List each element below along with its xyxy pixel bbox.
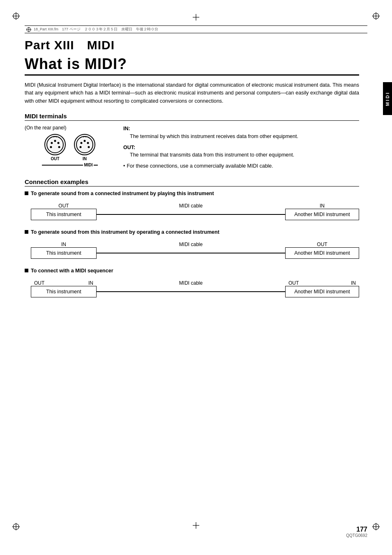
svg-point-22 — [58, 142, 60, 144]
diagram3-label: To connect with a MIDI sequencer — [25, 268, 359, 274]
diag3-right-in-port: IN — [351, 280, 356, 286]
midi-connectors: OUT — [44, 134, 95, 161]
svg-point-20 — [51, 142, 53, 144]
svg-point-27 — [84, 140, 86, 142]
page-code: QQTG0692 — [346, 533, 367, 538]
diagram1-label: To generate sound from a connected instr… — [25, 191, 359, 196]
diag3-left-in-port: IN — [88, 280, 93, 286]
body-text: MIDI (Musical Instrument Digital Interfa… — [25, 81, 359, 105]
diagram3-label-text: To connect with a MIDI sequencer — [31, 268, 113, 274]
connection-examples-heading: Connection examples — [25, 178, 359, 187]
out-connector: OUT — [44, 134, 66, 161]
diag2-cable-label: MIDI cable — [179, 242, 203, 247]
midi-line: MIDI — [42, 163, 97, 167]
sidebar-midi-tab: MIDI — [383, 82, 392, 115]
svg-point-25 — [76, 136, 93, 153]
part-heading: Part XIII MIDI — [25, 37, 359, 54]
in-connector-circle — [74, 134, 95, 155]
main-heading: What is MIDI? — [25, 55, 359, 76]
diag2-in-port: IN — [60, 242, 68, 247]
diag2-out-port: OUT — [315, 242, 329, 247]
in-description-text: The terminal by which this instrument re… — [123, 133, 298, 140]
diag1-cable-label: MIDI cable — [179, 203, 203, 209]
corner-mark-tl — [12, 12, 20, 20]
midi-diagram: OUT — [25, 134, 115, 167]
corner-mark-bl — [12, 523, 20, 530]
midi-terminals-heading: MIDI terminals — [25, 113, 359, 121]
diagram2: IN MIDI cable OUT This instrument Anothe… — [31, 238, 359, 259]
out-label-text: OUT: — [123, 145, 135, 150]
svg-point-26 — [81, 142, 83, 144]
bullet3-icon — [25, 269, 28, 272]
cross-top — [193, 14, 199, 21]
svg-point-19 — [47, 136, 63, 153]
bullet-note-text: For these connections, use a commerciall… — [127, 162, 273, 170]
diag3-right-out-port: OUT — [288, 280, 299, 286]
diagram1-label-text: To generate sound from a connected instr… — [31, 191, 214, 196]
terminals-right: IN: The terminal by which this instrumen… — [123, 125, 359, 170]
midi-bar-label: MIDI — [84, 163, 92, 167]
diag1-another-instrument: Another MIDI instrument — [294, 212, 350, 217]
svg-point-21 — [54, 140, 56, 142]
in-description-block: IN: The terminal by which this instrumen… — [123, 125, 359, 140]
terminals-left: (On the rear panel) — [25, 125, 115, 170]
svg-point-28 — [87, 142, 89, 144]
on-rear-panel-text: (On the rear panel) — [25, 125, 115, 131]
terminals-layout: (On the rear panel) — [25, 125, 359, 170]
header-info: 18_Part XIII.fm 177 ページ ２００３年２月５日 水曜日 午後… — [25, 25, 367, 33]
diagram2-label: To generate sound from this instrument b… — [25, 229, 359, 235]
diagram2-label-text: To generate sound from this instrument b… — [31, 229, 219, 235]
diag3-left-out-port: OUT — [34, 280, 44, 286]
svg-point-30 — [88, 146, 90, 148]
diagram3: OUT IN MIDI cable OUT IN — [31, 277, 359, 297]
in-label-diagram: IN — [83, 157, 87, 161]
diag1-out-port: OUT — [57, 203, 70, 209]
main-content: Part XIII MIDI What is MIDI? MIDI (Music… — [25, 37, 359, 522]
corner-mark-tr — [372, 12, 380, 20]
diag2-this-instrument: This instrument — [46, 250, 81, 256]
out-description-block: OUT: The terminal that transmits data fr… — [123, 144, 359, 159]
diag1-this-instrument: This instrument — [46, 212, 81, 217]
in-connector: IN — [74, 134, 95, 161]
in-label: IN: — [123, 126, 130, 131]
out-description-text: The terminal that transmits data from th… — [123, 151, 294, 159]
bullet1-icon — [25, 191, 28, 195]
footer: 177 QQTG0692 — [346, 526, 367, 538]
bullet2-icon — [25, 230, 28, 234]
cross-bottom — [193, 522, 199, 529]
diagram1: OUT MIDI cable IN This instrument — [31, 200, 359, 220]
diag2-another-instrument: Another MIDI instrument — [294, 250, 350, 256]
header-info-text: 18_Part XIII.fm 177 ページ ２００３年２月５日 水曜日 午後… — [34, 27, 158, 32]
out-connector-circle — [44, 134, 66, 155]
page-number: 177 — [346, 526, 367, 533]
svg-point-29 — [80, 146, 82, 148]
svg-point-24 — [58, 146, 60, 148]
out-label: OUT — [51, 157, 59, 161]
diag3-another-instrument: Another MIDI instrument — [294, 289, 350, 295]
corner-mark-br — [372, 523, 380, 530]
bullet-note: • For these connections, use a commercia… — [123, 162, 359, 170]
page: 18_Part XIII.fm 177 ページ ２００３年２月５日 水曜日 午後… — [0, 0, 392, 555]
diag3-cable-label: MIDI cable — [179, 280, 203, 286]
svg-point-23 — [50, 146, 52, 148]
diag1-in-port: IN — [318, 203, 326, 209]
diag3-this-instrument: This instrument — [46, 289, 81, 295]
